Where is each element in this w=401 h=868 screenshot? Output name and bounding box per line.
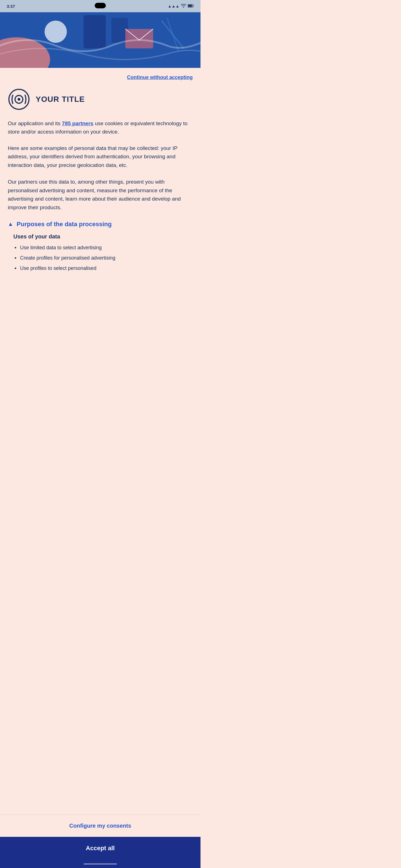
list-item-text: Create profiles for personalised adverti… <box>20 255 115 261</box>
status-icons: ▲▲▲ <box>168 4 194 9</box>
svg-rect-10 <box>125 29 153 49</box>
app-logo-icon <box>8 88 30 111</box>
signal-icon: ▲▲▲ <box>168 4 179 8</box>
status-bar: 3:37 ▲▲▲ <box>0 0 200 12</box>
list-item: Create profiles for personalised adverti… <box>13 254 193 262</box>
status-time: 3:37 <box>7 4 15 9</box>
wifi-icon <box>181 4 186 9</box>
list-item-text: Use limited data to select advertising <box>20 245 102 250</box>
notch <box>95 3 106 8</box>
uses-section: Uses of your data Use limited data to se… <box>8 234 193 272</box>
continue-without-accepting-link[interactable]: Continue without accepting <box>127 74 193 81</box>
details-paragraph: Here are some examples of personal data … <box>8 144 193 212</box>
list-item: Use profiles to select personalised <box>13 264 193 272</box>
list-item-text: Use profiles to select personalised <box>20 266 96 271</box>
uses-list: Use limited data to select advertising C… <box>13 244 193 272</box>
continue-link-container: Continue without accepting <box>8 74 193 81</box>
svg-rect-6 <box>84 15 106 49</box>
main-content: Continue without accepting YOUR TITLE Ou… <box>0 68 200 330</box>
logo-container <box>8 88 30 111</box>
intro-text: Our application and its <box>8 121 62 126</box>
svg-point-5 <box>45 21 67 43</box>
hero-svg <box>0 12 200 68</box>
partners-link[interactable]: 785 partners <box>62 121 93 126</box>
purposes-title: Purposes of the data processing <box>17 221 112 228</box>
uses-heading: Uses of your data <box>13 234 193 240</box>
chevron-up-icon: ▲ <box>8 221 13 227</box>
svg-point-13 <box>18 98 20 101</box>
battery-icon <box>188 4 194 8</box>
intro-paragraph: Our application and its 785 partners use… <box>8 119 193 136</box>
logo-title-row: YOUR TITLE <box>8 88 193 111</box>
svg-rect-2 <box>193 5 194 6</box>
hero-image <box>0 12 200 68</box>
svg-rect-1 <box>188 5 192 7</box>
purposes-section-header[interactable]: ▲ Purposes of the data processing <box>8 221 193 228</box>
app-title: YOUR TITLE <box>36 95 85 104</box>
list-item: Use limited data to select advertising <box>13 244 193 252</box>
